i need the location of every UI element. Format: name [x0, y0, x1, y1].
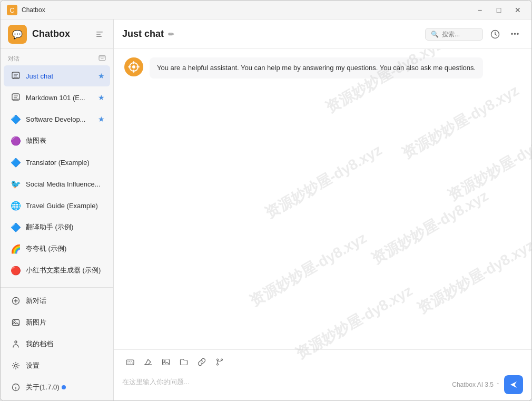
svg-point-21	[15, 365, 17, 367]
chat-icon	[10, 92, 22, 103]
sidebar-item-label: Social Media Influence...	[26, 180, 105, 188]
sidebar-footer-label: 新对话	[26, 296, 46, 306]
chat-header-actions: 🔍 •••	[425, 26, 523, 42]
settings-icon	[10, 360, 22, 371]
svg-text:C: C	[9, 6, 14, 14]
send-button[interactable]	[504, 375, 523, 394]
model-label[interactable]: Chatbox AI 3.5 ⌃	[452, 381, 500, 388]
about-icon: i	[10, 382, 22, 393]
sidebar-item-travel-guide[interactable]: 🌐 Travel Guide (Example)	[4, 195, 110, 216]
link-toolbar-button[interactable]	[194, 355, 210, 371]
conversations-section-label: 对话	[1, 49, 113, 65]
new-chat-icon	[10, 295, 22, 307]
sidebar-item-fanyi-assistant[interactable]: 🔷 翻译助手 (示例)	[4, 217, 110, 238]
message-content: You are a helpful assistant. You can hel…	[150, 57, 483, 79]
svg-point-41	[164, 360, 165, 362]
chat-icon: 🌐	[10, 200, 22, 211]
sidebar-item-zuo-biao[interactable]: 🟣 做图表	[4, 130, 110, 151]
title-bar-text: Chatbox	[22, 6, 472, 14]
chat-icon: 🔷	[10, 157, 22, 168]
image-toolbar-button[interactable]	[158, 355, 174, 371]
edit-title-icon[interactable]: ✏	[168, 30, 174, 38]
model-chevron-icon: ⌃	[496, 382, 500, 388]
maximize-button[interactable]: □	[491, 5, 506, 15]
sidebar-item-markdown-101[interactable]: Markdown 101 (E... ★	[4, 87, 110, 108]
window-controls: − □ ✕	[472, 5, 525, 15]
sidebar-item-label: Translator (Example)	[26, 159, 105, 167]
tb-image-icon	[162, 358, 170, 368]
title-bar: C Chatbox − □ ✕	[1, 1, 531, 19]
tb-link-icon	[198, 358, 206, 368]
input-toolbar	[122, 355, 523, 371]
search-input[interactable]	[442, 31, 481, 38]
my-files-icon	[10, 338, 22, 350]
main-layout: 💬 Chatbox 对话	[1, 19, 531, 400]
chat-input[interactable]	[122, 377, 447, 394]
chat-input-area: Chatbox AI 3.5 ⌃	[114, 349, 531, 400]
svg-rect-6	[96, 36, 102, 37]
sidebar-footer-new-image[interactable]: 新图片	[4, 312, 110, 333]
sidebar-item-social-media[interactable]: 🐦 Social Media Influence...	[4, 173, 110, 194]
keyboard-toolbar-button[interactable]	[122, 355, 138, 371]
input-row: Chatbox AI 3.5 ⌃	[122, 375, 523, 394]
sidebar-item-label: Software Develop...	[26, 115, 98, 123]
model-label-text: Chatbox AI 3.5	[452, 381, 494, 388]
sidebar-footer-about[interactable]: i 关于(1.7.0)	[4, 377, 110, 398]
sidebar-footer: 新对话 新图片 我的档档 设置 i 关于(1.7.0)	[1, 287, 113, 400]
tb-keyboard-icon	[126, 358, 134, 368]
sidebar-item-just-chat[interactable]: Just chat ★	[4, 65, 110, 86]
close-button[interactable]: ✕	[510, 5, 525, 15]
sidebar-item-label: Travel Guide (Example)	[26, 202, 105, 210]
chat-icon: 🌈	[10, 243, 22, 255]
svg-point-26	[132, 65, 135, 69]
chat-icon: 🐦	[10, 178, 22, 190]
more-icon: •••	[511, 30, 520, 38]
sidebar-logo: 💬	[8, 25, 27, 44]
sidebar-item-label: 夸夸机 (示例)	[26, 244, 105, 253]
search-box[interactable]: 🔍	[425, 28, 483, 41]
tb-folder-icon	[180, 358, 188, 368]
sidebar-footer-label: 我的档档	[26, 339, 53, 349]
new-image-icon	[10, 317, 22, 328]
minimize-button[interactable]: −	[472, 5, 487, 15]
sidebar-footer-label: 设置	[26, 361, 40, 370]
avatar	[124, 57, 143, 76]
sidebar-item-software-develop[interactable]: 🔷 Software Develop... ★	[4, 109, 110, 130]
sidebar-header: 💬 Chatbox	[1, 19, 113, 49]
star-icon: ★	[98, 72, 105, 80]
more-options-button[interactable]: •••	[507, 26, 523, 42]
eraser-toolbar-button[interactable]	[140, 355, 156, 371]
branch-toolbar-button[interactable]	[212, 355, 228, 371]
sidebar-footer-label: 关于(1.7.0)	[26, 383, 60, 392]
svg-rect-40	[163, 359, 170, 365]
chat-icon: 🔷	[10, 221, 22, 233]
chat-messages: You are a helpful assistant. You can hel…	[114, 49, 531, 349]
sidebar-footer-my-files[interactable]: 我的档档	[4, 334, 110, 355]
chat-icon: 🔷	[10, 113, 22, 125]
svg-marker-38	[145, 359, 151, 365]
star-icon: ★	[98, 115, 105, 123]
history-button[interactable]	[487, 26, 503, 42]
sidebar-item-translator[interactable]: 🔷 Translator (Example)	[4, 152, 110, 173]
chat-icon: 🟣	[10, 135, 22, 146]
svg-rect-19	[13, 320, 19, 326]
svg-rect-31	[126, 360, 134, 365]
sidebar: 💬 Chatbox 对话	[1, 19, 114, 400]
update-dot	[62, 385, 66, 389]
sidebar-footer-settings[interactable]: 设置	[4, 355, 110, 376]
sidebar-footer-new-chat[interactable]: 新对话	[4, 290, 110, 311]
app-logo-icon: C	[7, 5, 17, 15]
sidebar-item-xiaohongshu[interactable]: 🔴 小红书文案生成器 (示例)	[4, 260, 110, 281]
chat-icon: 🔴	[10, 265, 22, 276]
star-icon: ★	[98, 93, 105, 102]
svg-rect-5	[96, 34, 101, 35]
tb-branch-icon	[215, 358, 224, 368]
sidebar-collapse-button[interactable]	[93, 28, 106, 41]
message-msg-1: You are a helpful assistant. You can hel…	[124, 57, 521, 79]
folder-toolbar-button[interactable]	[176, 355, 192, 371]
archive-icon[interactable]	[98, 54, 106, 63]
chat-icon	[10, 70, 22, 82]
app-window: C Chatbox − □ ✕ 💬 Chatbox	[0, 0, 532, 401]
chat-title-container: Just chat ✏	[122, 28, 425, 40]
sidebar-item-kua-kua[interactable]: 🌈 夸夸机 (示例)	[4, 238, 110, 259]
